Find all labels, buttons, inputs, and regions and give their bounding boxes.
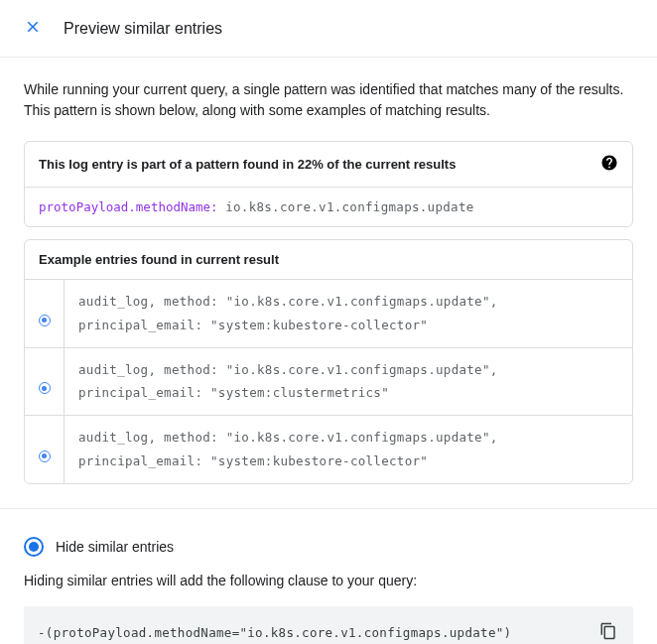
intro-text: While running your current query, a sing…	[24, 79, 633, 121]
pattern-card: This log entry is part of a pattern foun…	[24, 141, 633, 227]
log-entry-icon	[39, 315, 51, 326]
hide-description: Hiding similar entries will add the foll…	[24, 573, 633, 588]
dialog-header: Preview similar entries	[0, 0, 657, 58]
example-entry-text: audit_log, method: "io.k8s.core.v1.confi…	[65, 348, 632, 416]
pattern-card-header: This log entry is part of a pattern foun…	[25, 142, 632, 187]
example-row: audit_log, method: "io.k8s.core.v1.confi…	[25, 347, 632, 416]
pattern-value: io.k8s.core.v1.configmaps.update	[225, 199, 473, 214]
example-row: audit_log, method: "io.k8s.core.v1.confi…	[25, 279, 632, 347]
radio-label: Hide similar entries	[56, 539, 174, 555]
example-row: audit_log, method: "io.k8s.core.v1.confi…	[25, 415, 632, 483]
hide-similar-radio[interactable]: Hide similar entries	[24, 537, 633, 557]
close-icon	[24, 18, 42, 39]
dialog-title: Preview similar entries	[64, 20, 222, 38]
help-icon[interactable]	[600, 154, 618, 175]
example-entry-text: audit_log, method: "io.k8s.core.v1.confi…	[65, 280, 632, 347]
examples-card: Example entries found in current result …	[24, 239, 633, 484]
example-entry-text: audit_log, method: "io.k8s.core.v1.confi…	[65, 416, 632, 483]
copy-icon	[599, 628, 617, 643]
close-button[interactable]	[20, 14, 46, 43]
log-entry-icon	[39, 451, 51, 462]
log-icon-cell	[25, 280, 65, 347]
clause-text: -(protoPayload.methodName="io.k8s.core.v…	[38, 625, 511, 640]
clause-box: -(protoPayload.methodName="io.k8s.core.v…	[24, 606, 633, 645]
copy-button[interactable]	[597, 620, 619, 645]
log-icon-cell	[25, 416, 65, 483]
examples-card-title: Example entries found in current result	[39, 252, 279, 267]
pattern-line: protoPayload.methodName: io.k8s.core.v1.…	[25, 187, 632, 226]
radio-checked-icon	[24, 537, 44, 557]
pattern-key: protoPayload.methodName:	[39, 199, 218, 214]
pattern-card-title: This log entry is part of a pattern foun…	[39, 157, 456, 172]
examples-card-header: Example entries found in current result	[25, 240, 632, 279]
log-icon-cell	[25, 348, 65, 416]
log-entry-icon	[39, 382, 51, 394]
